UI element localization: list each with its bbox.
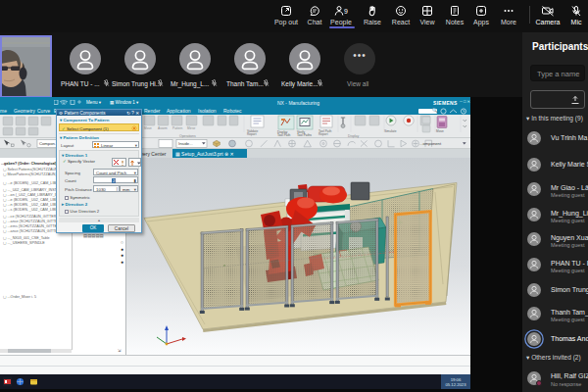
svg-text:Report: Report [247, 132, 257, 136]
svg-text:Operations: Operations [179, 134, 196, 138]
svg-text:Pattern: Pattern [172, 126, 183, 130]
svg-text:Display: Display [348, 134, 359, 138]
svg-text:Mirror: Mirror [187, 126, 196, 130]
svg-text:Move: Move [144, 126, 152, 130]
svg-text:Tool Paths: Tool Paths [297, 133, 312, 137]
svg-text:Report: Report [318, 132, 328, 136]
svg-text:Simulate: Simulate [384, 129, 397, 133]
svg-text:Tool Path: Tool Path [277, 133, 291, 137]
svg-text:Move: Move [436, 129, 444, 133]
svg-text:...omponent: ...omponent [419, 141, 442, 146]
svg-text:Assem: Assem [158, 126, 168, 130]
svg-text:9: 9 [344, 8, 348, 15]
svg-text:Inside...: Inside... [178, 141, 193, 146]
